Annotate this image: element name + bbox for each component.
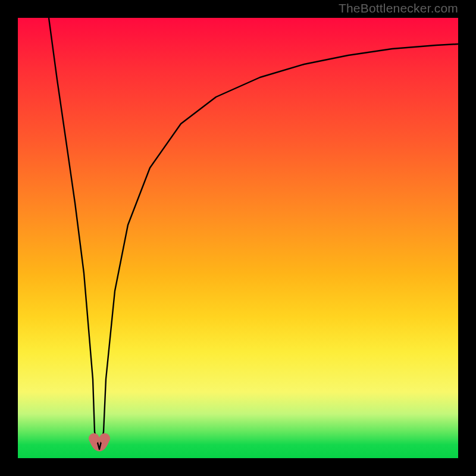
outer-frame: TheBottlenecker.com bbox=[0, 0, 476, 476]
marker-left-foot bbox=[89, 433, 99, 444]
plot-area bbox=[18, 18, 458, 458]
watermark-text: TheBottlenecker.com bbox=[339, 1, 458, 15]
marker-right-foot bbox=[99, 433, 110, 444]
curve-svg bbox=[18, 18, 458, 458]
bottleneck-curve bbox=[49, 18, 458, 449]
